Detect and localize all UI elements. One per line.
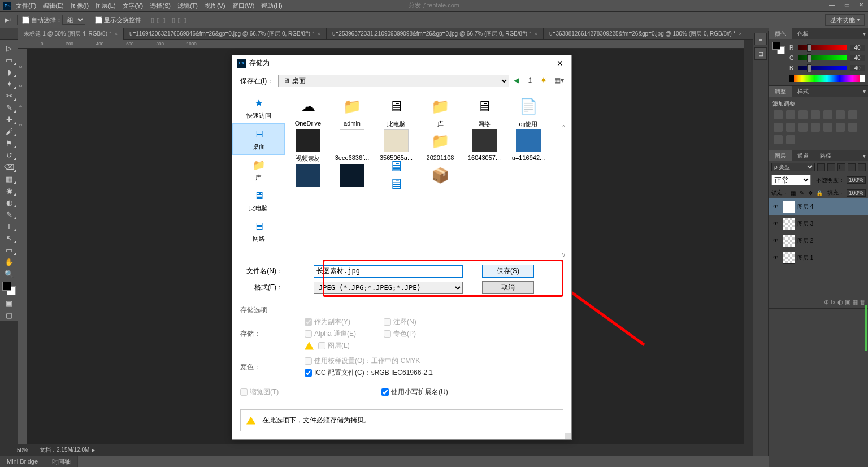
lock-icons[interactable]: ▦ ✎ ✥ 🔒 xyxy=(791,190,824,196)
type-tool-icon[interactable]: T xyxy=(2,220,16,232)
workspace-button[interactable]: 基本功能 xyxy=(825,14,865,26)
menu-item[interactable]: 滤镜(T) xyxy=(177,2,198,10)
move-tool-icon[interactable]: ▷ xyxy=(2,42,16,54)
tab-close-icon[interactable]: × xyxy=(115,31,118,37)
layer-item[interactable]: 👁图层 1 xyxy=(769,249,868,266)
close-icon[interactable]: ✕ xyxy=(553,59,567,68)
visibility-icon[interactable]: 👁 xyxy=(771,237,780,244)
file-item[interactable]: 📁admin xyxy=(331,95,374,128)
layer-item[interactable]: 👁图层 2 xyxy=(769,232,868,249)
lasso-tool-icon[interactable]: ◗ xyxy=(2,66,16,77)
document-tab[interactable]: u=36388126614278309225&fm=26&gp=0.jpg @ … xyxy=(544,28,748,40)
filename-input[interactable] xyxy=(314,265,463,278)
document-tab[interactable]: u=25396372331,210909399098&fm=26&gp=0.jp… xyxy=(327,28,544,40)
maximize-icon[interactable]: ▭ xyxy=(840,0,853,9)
eraser-tool-icon[interactable]: ⌫ xyxy=(2,161,16,172)
file-item[interactable]: 📁库 xyxy=(419,95,462,128)
menu-item[interactable]: 文字(Y) xyxy=(123,2,144,10)
menu-item[interactable]: 选择(S) xyxy=(150,2,171,10)
menu-item[interactable]: 文件(F) xyxy=(16,2,36,10)
place-quick[interactable]: ★快速访问 xyxy=(232,93,285,123)
brush-tool-icon[interactable]: 🖌 xyxy=(2,126,16,137)
pen-tool-icon[interactable]: ✎ xyxy=(2,209,16,220)
adjustments-tab[interactable]: 调整 xyxy=(769,86,792,97)
auto-select-check[interactable] xyxy=(22,16,29,24)
file-item[interactable]: 📁20201108 xyxy=(419,129,462,163)
dodge-tool-icon[interactable]: ◐ xyxy=(2,197,16,208)
g-slider[interactable] xyxy=(798,55,847,60)
file-item[interactable]: 🖥网络 xyxy=(463,95,506,128)
history-panel-icon[interactable]: ≡ xyxy=(754,33,767,45)
menu-item[interactable]: 图层(L) xyxy=(96,2,115,10)
marquee-tool-icon[interactable]: ▭ xyxy=(2,54,16,66)
align-icons[interactable]: ▯▯▯ ▯▯▯ xyxy=(151,16,189,24)
b-value[interactable]: 40 xyxy=(850,65,865,71)
hand-tool-icon[interactable]: ✋ xyxy=(2,256,16,267)
zoom-level[interactable]: 50% xyxy=(17,447,28,453)
newfolder-icon[interactable]: ✸ xyxy=(541,76,550,85)
file-item[interactable]: ☁OneDrive xyxy=(287,95,329,128)
zoom-tool-icon[interactable]: 🔍 xyxy=(2,268,16,279)
properties-panel-icon[interactable]: ⊞ xyxy=(754,47,767,60)
history-brush-icon[interactable]: ↺ xyxy=(2,149,16,161)
scroll-up-icon[interactable]: ^ xyxy=(562,124,571,131)
visibility-icon[interactable]: 👁 xyxy=(771,204,780,210)
fg-bg-swatch[interactable] xyxy=(772,42,785,54)
minimize-icon[interactable]: — xyxy=(825,0,839,9)
color-swatch[interactable] xyxy=(2,282,16,295)
heal-tool-icon[interactable]: ✚ xyxy=(2,114,16,125)
cancel-button[interactable]: 取消 xyxy=(482,281,534,294)
wand-tool-icon[interactable]: ✦ xyxy=(2,78,16,89)
quickmask-icon[interactable]: ▣ xyxy=(2,297,16,309)
savein-select[interactable]: 🖥 桌面 xyxy=(278,75,509,87)
layer-item[interactable]: 👁图层 3 xyxy=(769,215,868,232)
b-slider[interactable] xyxy=(798,66,847,70)
file-browser[interactable]: ^ v ☁OneDrive 📁admin 🖥此电脑 📁库 🖥网络 📄qjj使用 … xyxy=(285,90,571,260)
crop-tool-icon[interactable]: ✂ xyxy=(2,90,16,101)
file-item[interactable]: 🖥🖥 xyxy=(375,164,418,189)
swatches-tab[interactable]: 色板 xyxy=(792,28,814,39)
tab-close-icon[interactable]: × xyxy=(318,31,320,37)
format-select[interactable]: JPEG (*.JPG;*.JPEG;*.JPE) xyxy=(314,282,463,294)
place-desktop[interactable]: 🖥桌面 xyxy=(232,123,285,155)
auto-select-target[interactable]: 组 xyxy=(62,15,85,25)
timeline-tab[interactable]: 时间轴 xyxy=(45,456,78,467)
blend-mode[interactable]: 正常 xyxy=(771,175,811,185)
menu-item[interactable]: 窗口(W) xyxy=(232,2,255,10)
r-value[interactable]: 40 xyxy=(850,45,865,51)
channels-tab[interactable]: 通道 xyxy=(792,150,814,161)
fill-value[interactable]: 100% xyxy=(847,189,866,197)
visibility-icon[interactable]: 👁 xyxy=(771,254,780,261)
file-item[interactable]: 3ece6836f... xyxy=(331,129,374,163)
styles-tab[interactable]: 样式 xyxy=(792,86,814,97)
panel-menu-icon[interactable]: ▾ xyxy=(863,153,866,159)
file-item[interactable] xyxy=(287,164,329,189)
adjustment-presets[interactable] xyxy=(772,108,865,146)
stamp-tool-icon[interactable]: ⚑ xyxy=(2,137,16,149)
distribute-icons[interactable]: ≡ ≡ ≡ xyxy=(199,16,224,23)
spectrum-bar[interactable] xyxy=(789,75,865,82)
file-item[interactable]: 📦 xyxy=(419,164,462,189)
up-icon[interactable]: ↥ xyxy=(527,76,536,85)
filter-smart-icon[interactable] xyxy=(858,163,866,171)
dialog-titlebar[interactable]: Ps 存储为 ✕ xyxy=(232,55,571,71)
g-value[interactable]: 40 xyxy=(850,55,865,61)
place-thispc[interactable]: 🖥此电脑 xyxy=(232,185,285,216)
visibility-icon[interactable]: 👁 xyxy=(771,220,780,227)
layer-footer-icons[interactable]: ⊕ fx ◐ ▣ ▦ 🗑 xyxy=(824,299,866,306)
file-item[interactable] xyxy=(331,164,374,189)
panel-menu-icon[interactable]: ▾ xyxy=(863,88,866,94)
tab-close-icon[interactable]: × xyxy=(535,31,537,37)
shape-tool-icon[interactable]: ▭ xyxy=(2,244,16,256)
file-item[interactable]: 🖥此电脑 xyxy=(375,95,418,128)
resize-grip[interactable] xyxy=(565,433,571,439)
menu-item[interactable]: 编辑(E) xyxy=(43,2,64,10)
view-icon[interactable]: ▦▾ xyxy=(554,76,563,85)
filter-adj-icon[interactable] xyxy=(827,163,835,171)
screenmode-icon[interactable]: ▢ xyxy=(2,309,16,321)
file-item[interactable]: 📄qjj使用 xyxy=(507,95,550,128)
menu-item[interactable]: 帮助(H) xyxy=(261,2,282,10)
icc-check[interactable] xyxy=(305,369,312,377)
place-libraries[interactable]: 📁库 xyxy=(232,155,285,185)
layer-item[interactable]: 👁图层 4 xyxy=(769,198,868,215)
